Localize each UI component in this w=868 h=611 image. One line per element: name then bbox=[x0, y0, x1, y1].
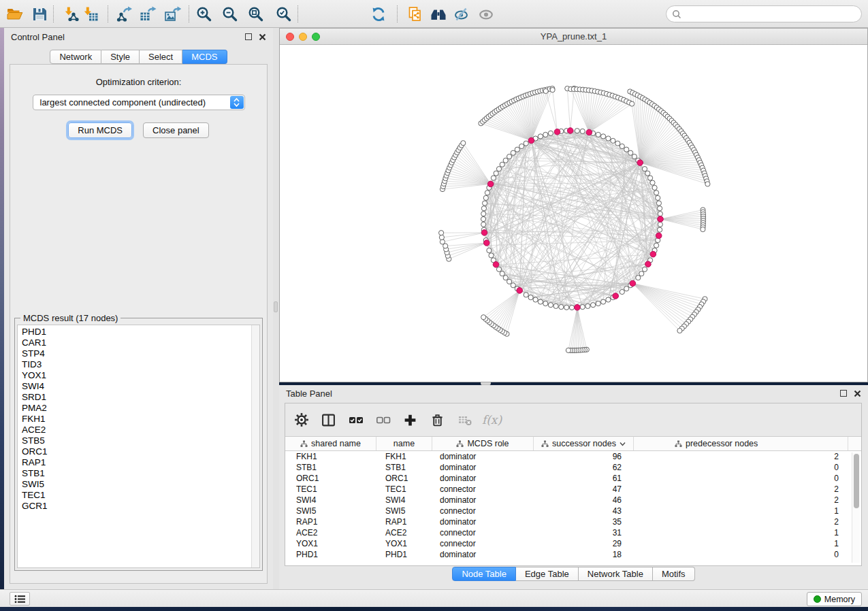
import-network-button[interactable] bbox=[62, 5, 80, 23]
close-window-icon[interactable] bbox=[286, 33, 294, 41]
close-panel-icon[interactable] bbox=[854, 390, 861, 397]
graph-node[interactable] bbox=[658, 206, 662, 211]
share-document-button[interactable] bbox=[406, 5, 424, 23]
graph-hub-node[interactable] bbox=[528, 137, 534, 144]
graph-hub-node[interactable] bbox=[567, 128, 573, 134]
graph-hub-node[interactable] bbox=[481, 230, 487, 236]
graph-node[interactable] bbox=[503, 276, 508, 280]
graph-node[interactable] bbox=[624, 286, 629, 291]
zoom-in-button[interactable] bbox=[195, 5, 213, 23]
table-row[interactable]: RAP1RAP1dominator352 bbox=[285, 516, 861, 527]
table-cell[interactable]: ORC1 bbox=[285, 473, 376, 484]
graph-node[interactable] bbox=[642, 267, 647, 271]
delete-table-button[interactable] bbox=[457, 412, 472, 428]
graph-node[interactable] bbox=[628, 150, 633, 155]
network-canvas[interactable] bbox=[280, 45, 867, 382]
graph-node[interactable] bbox=[503, 158, 508, 163]
mcds-result-item[interactable]: SWI5 bbox=[18, 479, 259, 490]
visibility-off-button[interactable] bbox=[452, 5, 470, 23]
graph-node[interactable] bbox=[596, 301, 600, 306]
graph-node[interactable] bbox=[483, 195, 488, 200]
table-row[interactable]: ACE2ACE2connector311 bbox=[285, 527, 861, 538]
table-cell[interactable]: 2 bbox=[634, 451, 848, 462]
mcds-result-item[interactable]: ACE2 bbox=[18, 425, 259, 435]
graph-node[interactable] bbox=[507, 279, 512, 284]
search-input[interactable] bbox=[685, 7, 861, 21]
graph-leaf-node[interactable] bbox=[439, 231, 444, 235]
mcds-result-list[interactable]: PHD1CAR1STP4TID3YOX1SWI4SRD1PMA2FKH1ACE2… bbox=[17, 325, 260, 568]
table-cell[interactable]: ORC1 bbox=[376, 473, 432, 484]
tab-select[interactable]: Select bbox=[140, 50, 182, 64]
graph-leaf-node[interactable] bbox=[461, 141, 466, 146]
mcds-result-item[interactable]: PHD1 bbox=[18, 327, 259, 337]
graph-node[interactable] bbox=[656, 195, 660, 200]
table-cell[interactable]: PHD1 bbox=[285, 549, 376, 560]
graph-leaf-node[interactable] bbox=[630, 101, 634, 106]
graph-node[interactable] bbox=[494, 171, 498, 176]
graph-hub-node[interactable] bbox=[650, 251, 656, 257]
graph-node[interactable] bbox=[481, 206, 486, 211]
graph-node[interactable] bbox=[511, 283, 515, 288]
mcds-result-item[interactable]: STB5 bbox=[18, 435, 259, 446]
select-all-button[interactable] bbox=[348, 412, 364, 428]
graph-hub-node[interactable] bbox=[487, 181, 494, 187]
close-panel-button[interactable]: Close panel bbox=[143, 122, 209, 138]
table-cell[interactable]: 62 bbox=[534, 462, 634, 473]
tab-network[interactable]: Network bbox=[50, 50, 101, 64]
table-row[interactable]: SWI5SWI5connector431 bbox=[285, 506, 861, 516]
mcds-result-item[interactable]: CAR1 bbox=[18, 337, 259, 348]
graph-node[interactable] bbox=[654, 243, 659, 248]
graph-node[interactable] bbox=[483, 201, 487, 205]
graph-node[interactable] bbox=[538, 299, 543, 304]
graph-node[interactable] bbox=[642, 167, 647, 171]
tab-style[interactable]: Style bbox=[101, 50, 140, 64]
mcds-result-item[interactable]: TEC1 bbox=[18, 490, 259, 501]
table-scrollbar-thumb[interactable] bbox=[854, 454, 859, 508]
table-cell[interactable]: PHD1 bbox=[376, 549, 432, 560]
graph-node[interactable] bbox=[658, 222, 662, 227]
graph-leaf-node[interactable] bbox=[566, 348, 570, 352]
graph-node[interactable] bbox=[524, 141, 528, 146]
graph-hub-node[interactable] bbox=[554, 129, 560, 135]
graph-node[interactable] bbox=[620, 144, 624, 148]
table-cell[interactable]: dominator bbox=[432, 462, 534, 473]
graph-node[interactable] bbox=[489, 253, 494, 258]
graph-node[interactable] bbox=[533, 297, 538, 302]
table-cell[interactable]: FKH1 bbox=[285, 451, 376, 462]
graph-node[interactable] bbox=[569, 305, 574, 310]
graph-node[interactable] bbox=[652, 185, 657, 190]
graph-node[interactable] bbox=[548, 131, 553, 135]
vertical-splitter[interactable] bbox=[273, 28, 279, 589]
table-cell[interactable]: 31 bbox=[534, 527, 634, 538]
graph-hub-node[interactable] bbox=[613, 293, 619, 299]
table-cell[interactable]: STB1 bbox=[376, 462, 432, 473]
zoom-out-button[interactable] bbox=[221, 5, 239, 23]
graph-node[interactable] bbox=[491, 176, 496, 180]
graph-node[interactable] bbox=[654, 191, 659, 195]
graph-node[interactable] bbox=[585, 303, 590, 308]
optimization-criterion-select[interactable]: largest connected component (undirected) bbox=[33, 95, 245, 110]
table-cell[interactable]: 47 bbox=[534, 484, 634, 495]
table-scrollbar[interactable] bbox=[852, 452, 860, 563]
table-row[interactable]: TEC1TEC1connector472 bbox=[285, 484, 861, 495]
table-cell[interactable]: SWI4 bbox=[285, 495, 376, 506]
graph-node[interactable] bbox=[639, 271, 644, 276]
graph-node[interactable] bbox=[500, 162, 504, 167]
graph-node[interactable] bbox=[606, 136, 611, 141]
tab-edge-table[interactable]: Edge Table bbox=[516, 567, 579, 581]
memory-button[interactable]: Memory bbox=[807, 592, 862, 606]
binoculars-button[interactable] bbox=[429, 5, 447, 23]
graph-node[interactable] bbox=[601, 134, 606, 139]
graph-hub-node[interactable] bbox=[586, 129, 592, 135]
graph-node[interactable] bbox=[496, 167, 501, 171]
mcds-result-item[interactable]: STP4 bbox=[18, 348, 259, 359]
mcds-result-item[interactable]: TID3 bbox=[18, 359, 259, 370]
graph-node[interactable] bbox=[543, 301, 548, 306]
graph-leaf-node[interactable] bbox=[439, 235, 444, 240]
table-row[interactable]: YOX1YOX1connector291 bbox=[285, 538, 861, 549]
zoom-selected-button[interactable] bbox=[274, 5, 293, 23]
graph-node[interactable] bbox=[596, 132, 600, 137]
mcds-result-item[interactable]: SWI4 bbox=[18, 381, 259, 392]
float-panel-icon[interactable] bbox=[840, 390, 847, 397]
mcds-result-item[interactable]: PMA2 bbox=[18, 403, 259, 414]
